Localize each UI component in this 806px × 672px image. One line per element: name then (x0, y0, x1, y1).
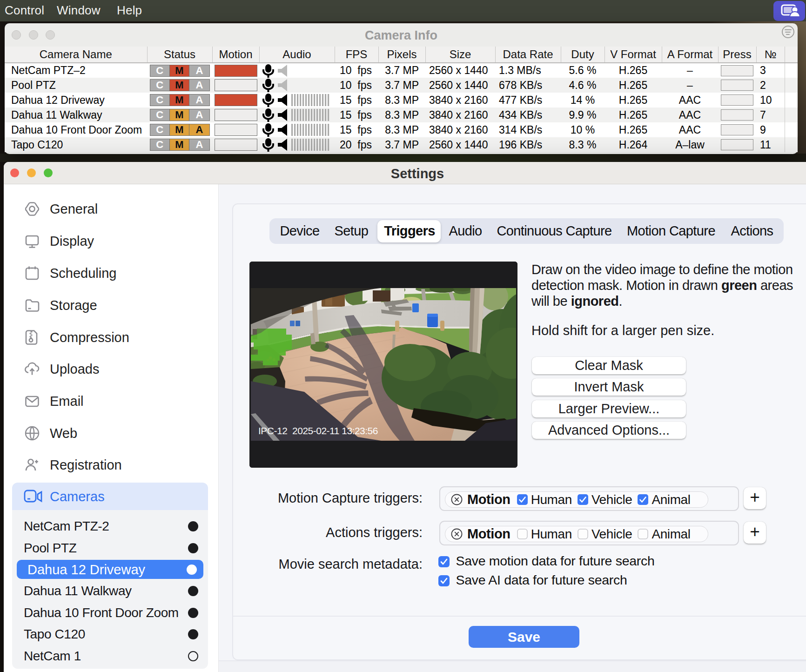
svg-text:IPC-12 2025-02-11 13:23:56: IPC-12 2025-02-11 13:23:56 (258, 425, 378, 436)
